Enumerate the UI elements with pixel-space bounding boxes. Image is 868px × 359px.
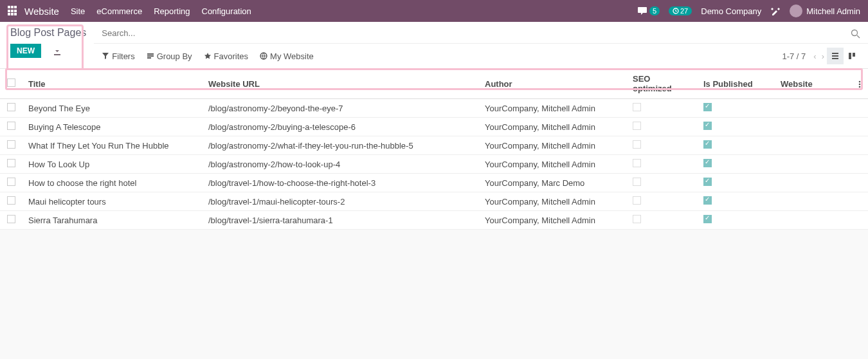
cell-website bbox=[774, 192, 846, 211]
col-seo[interactable]: SEO optimized bbox=[626, 69, 697, 99]
cell-published bbox=[697, 211, 774, 230]
seo-checkbox[interactable] bbox=[633, 122, 641, 130]
cell-title: Maui helicopter tours bbox=[22, 192, 202, 211]
col-published[interactable]: Is Published bbox=[697, 69, 774, 99]
cell-website bbox=[774, 211, 846, 230]
cell-seo bbox=[626, 99, 697, 118]
seo-checkbox[interactable] bbox=[633, 215, 641, 223]
published-checkbox[interactable] bbox=[703, 140, 712, 149]
row-checkbox[interactable] bbox=[7, 159, 15, 167]
cell-url: /blog/astronomy-2/buying-a-telescope-6 bbox=[202, 118, 478, 136]
filters-button[interactable]: Filters bbox=[102, 51, 134, 61]
seo-checkbox[interactable] bbox=[633, 103, 641, 111]
seo-checkbox[interactable] bbox=[633, 196, 641, 205]
nav-site[interactable]: Site bbox=[71, 6, 85, 16]
seo-checkbox[interactable] bbox=[633, 178, 641, 186]
cell-published bbox=[697, 99, 774, 118]
seo-checkbox[interactable] bbox=[633, 140, 641, 149]
cell-published bbox=[697, 136, 774, 155]
col-website[interactable]: Website bbox=[774, 69, 846, 99]
user-menu[interactable]: Mitchell Admin bbox=[790, 5, 860, 17]
table-row[interactable]: Beyond The Eye/blog/astronomy-2/beyond-t… bbox=[0, 99, 868, 118]
cell-url: /blog/travel-1/how-to-choose-the-right-h… bbox=[202, 174, 478, 192]
blog-posts-table: Title Website URL Author SEO optimized I… bbox=[0, 69, 868, 230]
row-checkbox[interactable] bbox=[7, 122, 15, 130]
list-view-icon[interactable] bbox=[827, 48, 844, 64]
search-input[interactable] bbox=[99, 26, 851, 41]
row-checkbox[interactable] bbox=[7, 196, 15, 205]
table-header-row: Title Website URL Author SEO optimized I… bbox=[0, 69, 868, 99]
published-checkbox[interactable] bbox=[703, 178, 712, 186]
search-icon[interactable] bbox=[851, 28, 860, 38]
tools-icon[interactable] bbox=[770, 6, 781, 16]
svg-point-5 bbox=[859, 86, 861, 87]
cell-author: YourCompany, Mitchell Admin bbox=[478, 99, 626, 118]
cell-seo bbox=[626, 155, 697, 174]
cell-website bbox=[774, 99, 846, 118]
seo-checkbox[interactable] bbox=[633, 159, 641, 167]
cell-title: Buying A Telescope bbox=[22, 118, 202, 136]
published-checkbox[interactable] bbox=[703, 159, 712, 167]
groupby-button[interactable]: Group By bbox=[147, 51, 192, 61]
column-settings-icon[interactable] bbox=[846, 69, 868, 99]
chat-icon[interactable]: 5 bbox=[637, 6, 660, 15]
published-checkbox[interactable] bbox=[703, 103, 712, 111]
cell-published bbox=[697, 192, 774, 211]
nav-ecommerce[interactable]: eCommerce bbox=[96, 6, 142, 16]
download-icon[interactable] bbox=[53, 46, 62, 55]
company-name[interactable]: Demo Company bbox=[701, 6, 761, 16]
col-title[interactable]: Title bbox=[22, 69, 202, 99]
cell-seo bbox=[626, 211, 697, 230]
row-checkbox[interactable] bbox=[7, 103, 15, 111]
table-row[interactable]: Buying A Telescope/blog/astronomy-2/buyi… bbox=[0, 118, 868, 136]
select-all-checkbox[interactable] bbox=[7, 78, 15, 87]
cell-author: YourCompany, Mitchell Admin bbox=[478, 155, 626, 174]
timer-icon[interactable]: 27 bbox=[669, 6, 692, 15]
table-row[interactable]: Maui helicopter tours/blog/travel-1/maui… bbox=[0, 192, 868, 211]
cell-seo bbox=[626, 174, 697, 192]
nav-configuration[interactable]: Configuration bbox=[202, 6, 251, 16]
pager-text[interactable]: 1-7 / 7 bbox=[782, 51, 806, 61]
cell-website bbox=[774, 174, 846, 192]
pager-prev[interactable]: ‹ bbox=[811, 51, 818, 61]
cell-author: YourCompany, Mitchell Admin bbox=[478, 136, 626, 155]
row-checkbox[interactable] bbox=[7, 215, 15, 223]
kanban-view-icon[interactable] bbox=[844, 48, 860, 64]
cell-published bbox=[697, 155, 774, 174]
cell-url: /blog/travel-1/maui-helicopter-tours-2 bbox=[202, 192, 478, 211]
published-checkbox[interactable] bbox=[703, 122, 712, 130]
table-container: Title Website URL Author SEO optimized I… bbox=[0, 69, 868, 230]
row-checkbox[interactable] bbox=[7, 178, 15, 186]
cell-title: Sierra Tarahumara bbox=[22, 211, 202, 230]
apps-icon[interactable] bbox=[8, 6, 18, 16]
pager-next[interactable]: › bbox=[819, 51, 827, 61]
new-button[interactable]: NEW bbox=[10, 44, 41, 58]
cell-title: Beyond The Eye bbox=[22, 99, 202, 118]
svg-point-4 bbox=[859, 83, 861, 85]
cell-author: YourCompany, Marc Demo bbox=[478, 174, 626, 192]
top-navbar: Website Site eCommerce Reporting Configu… bbox=[0, 0, 868, 22]
published-checkbox[interactable] bbox=[703, 215, 712, 223]
row-checkbox[interactable] bbox=[7, 140, 15, 149]
table-row[interactable]: How to choose the right hotel/blog/trave… bbox=[0, 174, 868, 192]
control-panel: Blog Post Pages NEW Filters Group By Fav… bbox=[0, 22, 868, 69]
cell-author: YourCompany, Mitchell Admin bbox=[478, 192, 626, 211]
col-author[interactable]: Author bbox=[478, 69, 626, 99]
col-url[interactable]: Website URL bbox=[202, 69, 478, 99]
svg-point-3 bbox=[859, 80, 861, 82]
table-row[interactable]: Sierra Tarahumara/blog/travel-1/sierra-t… bbox=[0, 211, 868, 230]
cell-website bbox=[774, 155, 846, 174]
cell-title: What If They Let You Run The Hubble bbox=[22, 136, 202, 155]
cell-published bbox=[697, 174, 774, 192]
mywebsite-button[interactable]: My Website bbox=[260, 51, 314, 61]
published-checkbox[interactable] bbox=[703, 196, 712, 205]
user-name: Mitchell Admin bbox=[806, 6, 860, 16]
favorites-button[interactable]: Favorites bbox=[204, 51, 248, 61]
app-brand[interactable]: Website bbox=[24, 6, 59, 17]
table-row[interactable]: How To Look Up/blog/astronomy-2/how-to-l… bbox=[0, 155, 868, 174]
cell-author: YourCompany, Mitchell Admin bbox=[478, 211, 626, 230]
nav-reporting[interactable]: Reporting bbox=[154, 6, 190, 16]
cell-seo bbox=[626, 118, 697, 136]
table-row[interactable]: What If They Let You Run The Hubble/blog… bbox=[0, 136, 868, 155]
cell-url: /blog/astronomy-2/how-to-look-up-4 bbox=[202, 155, 478, 174]
